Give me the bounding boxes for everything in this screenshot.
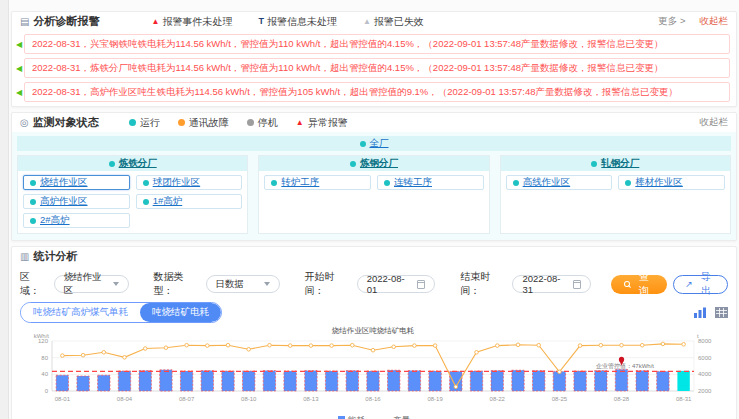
- alarm-collapse-link[interactable]: 收起栏: [700, 15, 729, 28]
- stats-panel-icon: ▥: [20, 251, 29, 262]
- status-legend-label: 异常报警: [308, 116, 348, 130]
- filter-bar: 区域： 烧结作业区 数据类型： 日数据 开始时间： 2022-08-01 结束时…: [12, 266, 736, 300]
- status-panel-title: 监测对象状态: [33, 115, 99, 130]
- bar-08-01: [56, 375, 68, 391]
- bar-08-27: [595, 371, 607, 391]
- alarm-tab-1[interactable]: ▲报警事件未处理: [151, 15, 232, 29]
- right-axis-tick: 2000: [698, 388, 712, 394]
- line-point-08-24: [537, 343, 541, 347]
- line-point-08-28: [620, 343, 624, 347]
- chart-area[interactable]: 烧结作业区吨烧结矿电耗kWh/tt02000404000806000120800…: [12, 325, 736, 419]
- view-toggle: [694, 307, 728, 318]
- dashboard-page: ▤ 分析诊断报警 ▲报警事件未处理T报警信息未处理▲报警已失效 更多 > 收起栏…: [11, 11, 737, 419]
- status-dot-icon: [591, 161, 597, 167]
- energy-chart-canvas: 烧结作业区吨烧结矿电耗kWh/tt02000404000806000120800…: [16, 325, 732, 411]
- bar-08-26: [574, 371, 586, 391]
- bar-08-04: [118, 371, 130, 391]
- alert-flag-icon: ◀: [14, 40, 24, 49]
- more-link[interactable]: 更多 >: [658, 15, 685, 28]
- status-collapse-link[interactable]: 收起栏: [700, 116, 729, 129]
- stats-panel-header: ▥ 统计分析: [12, 247, 736, 266]
- line-point-08-01: [61, 354, 65, 358]
- tree-node-1#高炉[interactable]: 1#高炉: [136, 194, 243, 209]
- end-date-value: 2022-08-31: [522, 273, 566, 295]
- tree-group-label: 炼钢分厂: [360, 157, 398, 170]
- x-axis-tick: 08-07: [179, 396, 195, 402]
- region-select[interactable]: 烧结作业区: [54, 275, 129, 293]
- tree-group-header[interactable]: 轧钢分厂: [501, 156, 730, 171]
- bar-08-12: [284, 371, 296, 391]
- right-axis-tick: 8000: [698, 338, 712, 344]
- tree-group-header[interactable]: 炼铁分厂: [18, 156, 247, 171]
- tree-node-label: 烧结作业区: [40, 176, 88, 189]
- tree-node-转炉工序[interactable]: 转炉工序: [264, 175, 371, 190]
- status-dot-icon: [360, 141, 366, 147]
- line-point-08-19: [433, 344, 437, 348]
- start-date-input[interactable]: 2022-08-01: [357, 275, 436, 293]
- bar-08-25: [553, 371, 565, 391]
- x-axis-tick: 08-01: [55, 396, 71, 402]
- status-dot-icon: [513, 180, 519, 186]
- chart-tab-1[interactable]: 吨烧结矿高炉煤气单耗: [21, 303, 140, 322]
- stats-panel: ▥ 统计分析 区域： 烧结作业区 数据类型： 日数据 开始时间： 2022-08…: [11, 246, 737, 419]
- status-dot-icon: [625, 180, 631, 186]
- chart-tabs-row: 吨烧结矿高炉煤气单耗吨烧结矿电耗: [12, 300, 736, 325]
- line-point-08-26: [578, 344, 582, 348]
- bar-08-29: [636, 371, 648, 391]
- x-axis-tick: 08-31: [676, 396, 692, 402]
- alarm-tab-3[interactable]: ▲报警已失效: [363, 15, 424, 29]
- status-legend-label: 通讯故障: [189, 116, 229, 130]
- line-point-08-12: [288, 344, 292, 348]
- line-point-08-10: [247, 348, 251, 352]
- alarm-triangle-icon: ▲: [296, 119, 304, 127]
- line-point-08-04: [123, 356, 127, 360]
- bar-08-10: [243, 371, 255, 391]
- alert-text: 2022-08-31，高炉作业区吨生铁电耗为114.56 kWh/t，管控值为1…: [24, 82, 730, 102]
- bar-08-05: [139, 371, 151, 391]
- tree-node-球团作业区[interactable]: 球团作业区: [136, 175, 243, 190]
- tree-group-轧钢分厂: 轧钢分厂高线作业区棒材作业区: [500, 155, 731, 234]
- query-button[interactable]: 查 询: [611, 275, 667, 294]
- datatype-value: 日数据: [216, 278, 258, 291]
- line-point-08-18: [413, 344, 417, 348]
- alarm-tab-2[interactable]: T报警信息未处理: [258, 15, 337, 29]
- bar-08-13: [305, 371, 317, 391]
- tree-node-烧结作业区[interactable]: 烧结作业区: [23, 175, 130, 190]
- table-view-icon[interactable]: [715, 307, 728, 318]
- tree-node-2#高炉[interactable]: 2#高炉: [23, 213, 130, 228]
- tree-group-label: 轧钢分厂: [601, 157, 639, 170]
- bar-08-11: [263, 371, 275, 391]
- alert-row-1[interactable]: ◀2022-08-31，兴宝钢铁吨铁电耗为114.56 kWh/t，管控值为11…: [14, 34, 730, 54]
- tree-node-label: 连铸工序: [394, 176, 432, 189]
- bar-08-14: [325, 371, 337, 391]
- tree-group-header[interactable]: 炼钢分厂: [259, 156, 488, 171]
- bar-chart-view-icon[interactable]: [694, 307, 707, 318]
- bar-08-07: [180, 371, 192, 391]
- tree-node-棒材作业区[interactable]: 棒材作业区: [618, 175, 725, 190]
- line-point-08-06: [164, 346, 168, 350]
- left-axis-tick: 0: [45, 388, 49, 394]
- status-dot-icon: [129, 119, 136, 126]
- tree-node-高炉作业区[interactable]: 高炉作业区: [23, 194, 130, 209]
- status-legend-异常报警: ▲异常报警: [296, 116, 348, 130]
- end-date-input[interactable]: 2022-08-31: [512, 275, 591, 293]
- export-button[interactable]: ↗ 导 出: [673, 275, 728, 294]
- tree-node-label: 2#高炉: [40, 214, 70, 227]
- tree-node-label: 高线作业区: [523, 176, 571, 189]
- tree-node-高线作业区[interactable]: 高线作业区: [506, 175, 613, 190]
- control-line-label: 企业管控值：47kWh/t: [596, 362, 654, 370]
- alert-row-3[interactable]: ◀2022-08-31，高炉作业区吨生铁电耗为114.56 kWh/t，管控值为…: [14, 82, 730, 102]
- status-legend-通讯故障: 通讯故障: [178, 116, 229, 130]
- alert-row-2[interactable]: ◀2022-08-31，炼铁分厂吨铁电耗为114.56 kWh/t，管控值为11…: [14, 58, 730, 78]
- chart-tab-2[interactable]: 吨烧结矿电耗: [140, 303, 221, 322]
- bar-legend-icon: [338, 416, 345, 419]
- legend-label: 产量: [393, 415, 410, 419]
- tree-node-label: 1#高炉: [153, 195, 183, 208]
- tree-root-node[interactable]: 全厂: [17, 136, 731, 151]
- bar-08-17: [388, 370, 400, 391]
- bar-08-03: [98, 375, 110, 391]
- chevron-down-icon: [264, 282, 270, 286]
- status-dot-icon: [384, 180, 390, 186]
- datatype-select[interactable]: 日数据: [206, 275, 280, 293]
- tree-node-连铸工序[interactable]: 连铸工序: [377, 175, 484, 190]
